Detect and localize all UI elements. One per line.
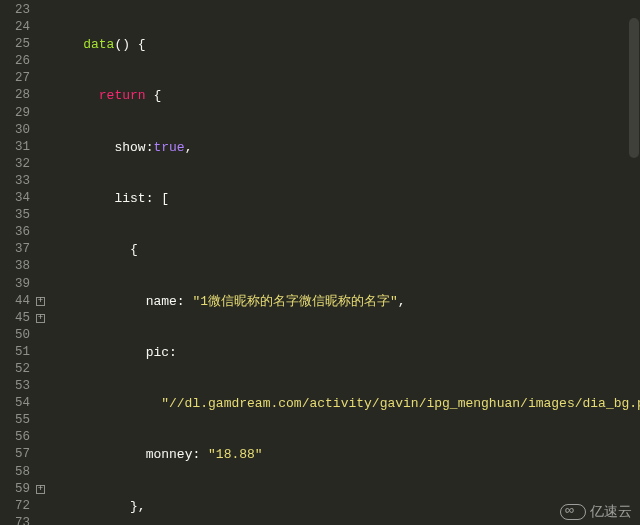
fold-column[interactable]: ++ +	[36, 0, 48, 525]
code-area[interactable]: data() { return { show:true, list: [ { n…	[48, 0, 640, 525]
fold-toggle-icon[interactable]: +	[36, 485, 45, 494]
watermark-logo: 亿速云	[560, 503, 632, 521]
watermark-text: 亿速云	[590, 503, 632, 521]
vertical-scrollbar[interactable]	[628, 0, 640, 525]
code-editor[interactable]: 23 24 25 26 27 28 29 30 31 32 33 34 35 3…	[0, 0, 640, 525]
cloud-icon	[560, 504, 586, 520]
scrollbar-thumb[interactable]	[629, 18, 639, 158]
fold-toggle-icon[interactable]: +	[36, 297, 45, 306]
fold-toggle-icon[interactable]: +	[36, 314, 45, 323]
line-number-gutter: 23 24 25 26 27 28 29 30 31 32 33 34 35 3…	[0, 0, 36, 525]
